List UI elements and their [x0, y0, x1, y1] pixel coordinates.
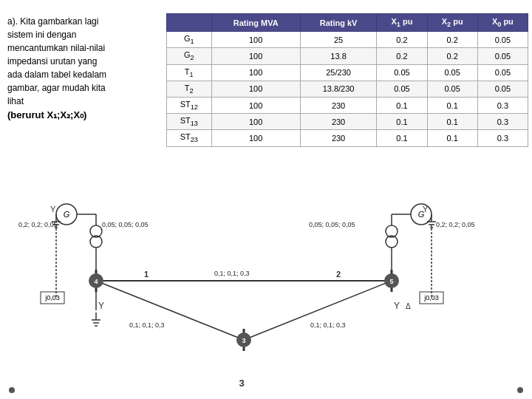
- cell-r5-c1: 100: [211, 114, 300, 130]
- svg-text:Y: Y: [98, 301, 104, 311]
- cell-r3-c2: 13.8/230: [300, 81, 377, 97]
- desc-line7: lihat: [7, 96, 24, 106]
- svg-text:4: 4: [94, 278, 98, 285]
- cell-r1-c3: 0.2: [377, 48, 427, 64]
- svg-text:G: G: [64, 210, 70, 219]
- table-row: ST131002300.10.10.3: [167, 114, 528, 130]
- table-row: T110025/2300.050.050.05: [167, 64, 528, 81]
- cell-r1-c4: 0.2: [427, 48, 477, 64]
- col-header-3: X1 pu: [377, 14, 427, 32]
- col-header-0: [167, 14, 212, 32]
- cell-r5-c5: 0.3: [477, 114, 528, 130]
- cell-r6-c1: 100: [211, 130, 300, 146]
- cell-r5-c0: ST13: [167, 114, 212, 130]
- svg-text:1: 1: [144, 270, 149, 279]
- cell-r1-c0: G2: [167, 48, 212, 64]
- svg-text:3: 3: [242, 337, 245, 344]
- svg-text:0,1; 0,1; 0,3: 0,1; 0,1; 0,3: [129, 321, 165, 329]
- table-body: G1100250.20.20.05G210013.80.20.20.05T110…: [167, 32, 528, 146]
- cell-r3-c5: 0.05: [477, 81, 528, 97]
- cell-r2-c5: 0.05: [477, 64, 528, 81]
- svg-text:0,2; 0,2; 0,05: 0,2; 0,2; 0,05: [436, 221, 475, 228]
- svg-text:0,05; 0,05; 0,05: 0,05; 0,05; 0,05: [309, 221, 355, 228]
- cell-r1-c1: 100: [211, 48, 300, 64]
- cell-r3-c4: 0.05: [427, 81, 477, 97]
- table-row: G210013.80.20.20.05: [167, 48, 528, 64]
- cell-r4-c4: 0.1: [427, 97, 477, 113]
- cell-r6-c5: 0.3: [477, 130, 528, 146]
- table-header: Rating MVARating kVX1 puX2 puX0 pu: [167, 14, 528, 32]
- cell-r2-c4: 0.05: [427, 64, 477, 81]
- svg-text:Y: Y: [50, 205, 56, 214]
- cell-r4-c1: 100: [211, 97, 300, 113]
- cell-r5-c3: 0.1: [377, 114, 427, 130]
- col-header-5: X0 pu: [477, 14, 528, 32]
- desc-line2: sistem ini dengan: [7, 30, 76, 40]
- col-header-4: X2 pu: [427, 14, 477, 32]
- cell-r5-c4: 0.1: [427, 114, 477, 130]
- svg-text:5: 5: [389, 278, 393, 285]
- desc-line4: impedansi urutan yang: [7, 56, 97, 66]
- cell-r3-c3: 0.05: [377, 81, 427, 97]
- svg-text:Y: Y: [423, 205, 429, 214]
- circuit-diagram: G j0,03 G j0,03 Y Y Δ Y Y 4 5 3: [0, 203, 532, 395]
- cell-r2-c2: 25/230: [300, 64, 377, 81]
- svg-text:0,05; 0,05; 0,05: 0,05; 0,05; 0,05: [102, 221, 149, 228]
- cell-r0-c0: G1: [167, 32, 212, 48]
- cell-r3-c0: T2: [167, 81, 212, 97]
- table-row: ST231002300.10.10.3: [167, 130, 528, 146]
- cell-r2-c3: 0.05: [377, 64, 427, 81]
- cell-r0-c3: 0.2: [377, 32, 427, 48]
- svg-text:0,1; 0,1; 0,3: 0,1; 0,1; 0,3: [214, 270, 250, 277]
- cell-r1-c5: 0.05: [477, 48, 528, 64]
- svg-text:Δ: Δ: [406, 302, 411, 310]
- table-row: G1100250.20.20.05: [167, 32, 528, 48]
- svg-text:j0,03: j0,03: [44, 294, 60, 301]
- cell-r4-c3: 0.1: [377, 97, 427, 113]
- cell-r6-c4: 0.1: [427, 130, 477, 146]
- cell-r0-c5: 0.05: [477, 32, 528, 48]
- cell-r6-c0: ST23: [167, 130, 212, 146]
- bottom-right-dot: [517, 387, 523, 393]
- col-header-1: Rating MVA: [211, 14, 300, 32]
- impedance-table: Rating MVARating kVX1 puX2 puX0 pu G1100…: [166, 13, 528, 147]
- cell-r2-c0: T1: [167, 64, 212, 81]
- svg-text:0,1; 0,1; 0,3: 0,1; 0,1; 0,3: [310, 321, 346, 329]
- cell-r0-c4: 0.2: [427, 32, 477, 48]
- cell-r0-c1: 100: [211, 32, 300, 48]
- desc-line3: mencantumkan nilai-nilai: [7, 43, 105, 53]
- cell-r2-c1: 100: [211, 64, 300, 81]
- formula-label: (berurut X₁;X₂;X₀): [7, 109, 86, 120]
- cell-r6-c3: 0.1: [377, 130, 427, 146]
- bottom-left-dot: [9, 387, 15, 393]
- description-text: a). Kita gambarkan lagi sistem ini denga…: [7, 15, 163, 123]
- cell-r4-c2: 230: [300, 97, 377, 113]
- table-row: ST121002300.10.10.3: [167, 97, 528, 113]
- table-row: T210013.8/2300.050.050.05: [167, 81, 528, 97]
- cell-r5-c2: 230: [300, 114, 377, 130]
- cell-r4-c5: 0.3: [477, 97, 528, 113]
- col-header-2: Rating kV: [300, 14, 377, 32]
- svg-text:2: 2: [336, 270, 341, 279]
- svg-line-4: [96, 281, 244, 340]
- svg-text:Y: Y: [394, 301, 400, 311]
- desc-line5: ada dalam tabel kedalam: [7, 69, 106, 80]
- svg-text:3: 3: [239, 378, 244, 389]
- cell-r1-c2: 13.8: [300, 48, 377, 64]
- cell-r4-c0: ST12: [167, 97, 212, 113]
- desc-line6: gambar, agar mudah kita: [7, 83, 106, 93]
- cell-r6-c2: 230: [300, 130, 377, 146]
- svg-line-5: [244, 281, 392, 340]
- cell-r3-c1: 100: [211, 81, 300, 97]
- cell-r0-c2: 25: [300, 32, 377, 48]
- desc-line1: a). Kita gambarkan lagi: [7, 16, 98, 27]
- svg-text:0,2; 0,2; 0,05: 0,2; 0,2; 0,05: [18, 221, 58, 228]
